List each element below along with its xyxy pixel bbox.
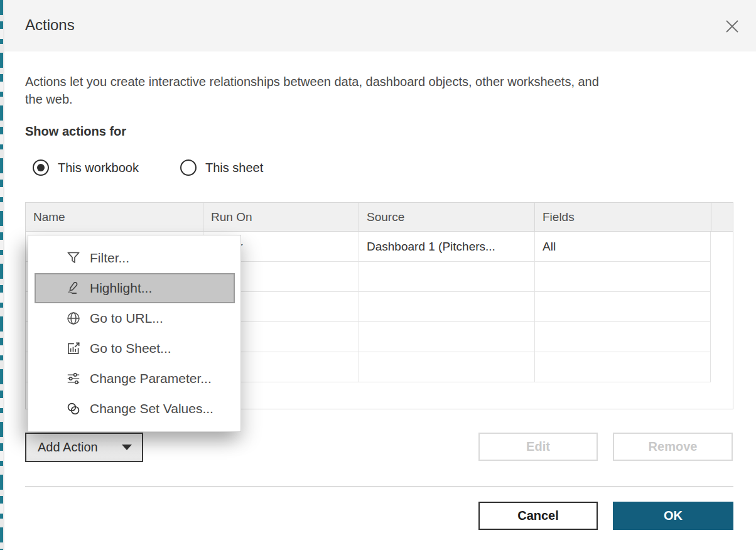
menu-item-label: Change Parameter...	[90, 371, 212, 386]
globe-icon	[65, 310, 82, 327]
radio-this-workbook[interactable]: This workbook	[33, 159, 139, 176]
menu-item-label: Go to Sheet...	[90, 341, 171, 356]
column-header-name[interactable]: Name	[26, 203, 203, 231]
menu-item-filter[interactable]: Filter...	[28, 243, 240, 273]
column-header-source[interactable]: Source	[359, 203, 534, 231]
description-line1: Actions let you create interactive relat…	[25, 75, 599, 89]
add-action-button[interactable]: Add Action	[25, 433, 143, 462]
linked-circles-icon	[65, 400, 82, 418]
ok-label: OK	[664, 509, 683, 523]
edit-label: Edit	[526, 439, 550, 454]
highlighter-icon	[65, 279, 82, 297]
radio-this-sheet[interactable]: This sheet	[180, 159, 263, 176]
menu-item-label: Filter...	[90, 251, 129, 266]
column-header-fields[interactable]: Fields	[534, 203, 711, 231]
close-button[interactable]	[722, 16, 742, 36]
chart-arrow-icon	[65, 340, 82, 357]
ok-button[interactable]: OK	[613, 502, 733, 530]
selection-marching-ants	[0, 0, 3, 550]
description-line2: the web.	[25, 92, 73, 106]
cell-fields: All	[534, 232, 711, 261]
chevron-down-icon	[122, 445, 132, 450]
column-header-gutter	[711, 203, 733, 231]
table-header-row: Name Run On Source Fields	[26, 203, 733, 232]
menu-item-change-set-values[interactable]: Change Set Values...	[28, 394, 240, 424]
filter-icon	[65, 249, 82, 267]
menu-item-label: Highlight...	[90, 281, 152, 296]
sliders-icon	[65, 370, 82, 387]
menu-item-label: Change Set Values...	[90, 401, 213, 416]
dialog-description: Actions let you create interactive relat…	[25, 73, 741, 108]
scope-radio-group: This workbook This sheet	[33, 159, 263, 176]
radio-this-sheet-label: This sheet	[205, 161, 263, 175]
remove-button[interactable]: Remove	[613, 433, 733, 461]
menu-item-change-parameter[interactable]: Change Parameter...	[28, 364, 240, 394]
dialog-header: Actions	[0, 0, 756, 51]
cancel-button[interactable]: Cancel	[478, 502, 598, 530]
remove-label: Remove	[649, 439, 698, 454]
menu-item-highlight[interactable]: Highlight...	[35, 273, 235, 303]
menu-item-go-to-url[interactable]: Go to URL...	[28, 303, 240, 333]
radio-this-workbook-label: This workbook	[58, 161, 139, 175]
column-header-run-on[interactable]: Run On	[203, 203, 359, 231]
close-icon	[724, 18, 740, 35]
cell-source: Dashboard 1 (Pitchers...	[359, 232, 534, 261]
add-action-label: Add Action	[38, 440, 98, 455]
menu-item-go-to-sheet[interactable]: Go to Sheet...	[28, 333, 240, 364]
footer-divider	[25, 486, 733, 487]
edit-button[interactable]: Edit	[478, 433, 598, 461]
actions-dialog: Actions Actions let you create interacti…	[0, 0, 756, 550]
left-gutter	[0, 0, 4, 550]
menu-item-label: Go to URL...	[90, 311, 163, 326]
page-title: Actions	[25, 16, 75, 34]
radio-unselected-icon	[180, 159, 197, 176]
cancel-label: Cancel	[517, 509, 559, 523]
radio-selected-icon	[33, 159, 49, 176]
add-action-menu: Filter... Highlight... Go	[28, 235, 241, 432]
show-actions-for-heading: Show actions for	[25, 124, 126, 139]
